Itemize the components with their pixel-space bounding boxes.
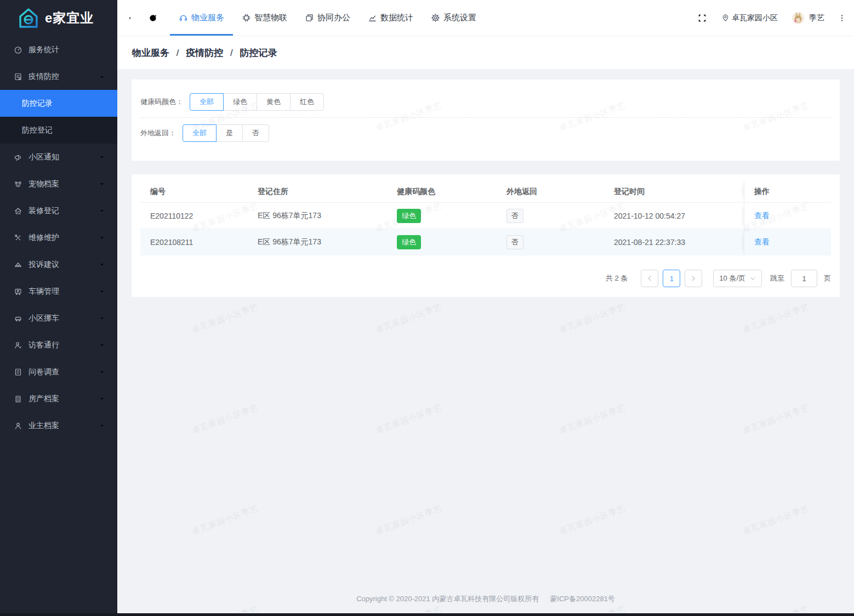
breadcrumb-separator: / <box>230 48 233 58</box>
sidebar-item-pet-files[interactable]: 宠物档案 <box>0 170 117 197</box>
page-1-button[interactable]: 1 <box>663 270 680 287</box>
cell-time: 2021-08-21 22:37:33 <box>604 238 744 247</box>
chevron-down-icon <box>750 276 756 282</box>
col-header-returnee: 外地返回 <box>497 187 604 197</box>
chevron-down-icon <box>99 261 105 268</box>
col-header-time: 登记时间 <box>604 187 744 197</box>
chevron-down-icon <box>99 423 105 429</box>
sidebar-subitem-label: 防控登记 <box>22 126 53 135</box>
jump-page-input[interactable] <box>791 270 817 287</box>
gear-icon <box>431 13 440 22</box>
copyright-text: Copyright © 2020-2021 内蒙古卓瓦科技有限公司版权所有 <box>356 595 539 603</box>
survey-icon <box>14 368 22 377</box>
megaphone-icon <box>14 153 22 162</box>
sidebar-item-community-notice[interactable]: 小区通知 <box>0 144 117 170</box>
sidebar-item-label: 房产档案 <box>29 394 59 404</box>
cell-id: E202110122 <box>140 212 248 220</box>
jump-suffix-label: 页 <box>824 273 831 283</box>
complaint-icon <box>14 260 22 269</box>
filter-health-green-button[interactable]: 绿色 <box>223 93 257 111</box>
sidebar-item-control-register[interactable]: 防控登记 <box>0 117 117 144</box>
returnee-filter-label: 外地返回： <box>140 128 176 138</box>
sidebar: e家宜业 服务统计 疫情防控 防控记录 防控登记 小区通知 宠物档案 <box>0 0 117 616</box>
tab-property-service[interactable]: 物业服务 <box>170 0 233 36</box>
pagination-total: 共 2 条 <box>606 273 628 283</box>
cell-time: 2021-10-12 00:54:27 <box>604 212 744 220</box>
sidebar-item-renovation[interactable]: 装修登记 <box>0 197 117 224</box>
chevron-down-icon <box>99 369 105 375</box>
cell-address: E区 96栋7单元173 <box>248 237 387 247</box>
tab-label: 协同办公 <box>317 13 350 23</box>
cell-address: E区 96栋7单元173 <box>248 211 387 221</box>
filter-health-yellow-button[interactable]: 黄色 <box>257 93 291 111</box>
bottom-edge-strip <box>0 613 854 616</box>
col-header-actions: 操作 <box>744 187 770 197</box>
chevron-down-icon <box>99 342 105 349</box>
sidebar-item-complaints[interactable]: 投诉建议 <box>0 251 117 278</box>
filter-health-red-button[interactable]: 红色 <box>290 93 324 111</box>
view-link[interactable]: 查看 <box>744 211 770 221</box>
tab-smart-iot[interactable]: 智慧物联 <box>233 0 296 36</box>
filter-returnee-yes-button[interactable]: 是 <box>216 124 243 142</box>
community-name: 卓瓦家园小区 <box>732 13 778 23</box>
chevron-down-icon <box>99 154 105 161</box>
cell-id: E202108211 <box>140 238 248 247</box>
chevron-down-icon <box>99 315 105 322</box>
breadcrumb-item[interactable]: 疫情防控 <box>186 48 223 58</box>
filter-health-all-button[interactable]: 全部 <box>190 93 224 111</box>
filter-returnee-no-button[interactable]: 否 <box>242 124 269 142</box>
returnee-badge: 否 <box>506 235 523 249</box>
car-icon <box>14 314 22 323</box>
sidebar-item-label: 小区挪车 <box>29 313 59 323</box>
next-page-button[interactable] <box>685 270 702 287</box>
sidebar-item-car-moving[interactable]: 小区挪车 <box>0 305 117 332</box>
collapse-sidebar-icon[interactable] <box>128 13 138 23</box>
community-selector[interactable]: 卓瓦家园小区 <box>721 13 778 23</box>
sidebar-nav: 服务统计 疫情防控 防控记录 防控登记 小区通知 宠物档案 装修登记 <box>0 36 117 439</box>
col-header-id: 编号 <box>140 187 248 197</box>
sidebar-item-label: 业主档案 <box>29 421 59 431</box>
tab-data-stats[interactable]: 数据统计 <box>359 0 422 36</box>
page-size-select[interactable]: 10 条/页 <box>713 270 762 287</box>
sidebar-item-visitor-access[interactable]: 访客通行 <box>0 332 117 358</box>
building-icon <box>14 395 22 403</box>
sidebar-item-maintenance[interactable]: 维修维护 <box>0 224 117 251</box>
visitor-icon <box>14 341 22 350</box>
chevron-down-icon <box>99 235 105 241</box>
chevron-down-icon <box>99 288 105 295</box>
house-logo-icon <box>18 7 39 30</box>
tab-collaboration[interactable]: 协同办公 <box>296 0 359 36</box>
table-row: E202110122 E区 96栋7单元173 绿色 否 2021-10-12 … <box>140 203 831 229</box>
sidebar-item-owner-files[interactable]: 业主档案 <box>0 412 117 439</box>
sidebar-item-property-files[interactable]: 房产档案 <box>0 385 117 412</box>
jump-to-label: 跳至 <box>770 273 784 283</box>
page-footer: Copyright © 2020-2021 内蒙古卓瓦科技有限公司版权所有蒙IC… <box>117 594 854 604</box>
view-link[interactable]: 查看 <box>744 237 770 247</box>
refresh-icon[interactable] <box>148 13 158 23</box>
avatar[interactable] <box>792 12 804 24</box>
chevron-left-icon <box>646 275 653 282</box>
tab-label: 数据统计 <box>380 13 413 23</box>
sidebar-item-survey[interactable]: 问卷调查 <box>0 358 117 385</box>
chevron-down-icon <box>99 208 105 214</box>
sidebar-item-vehicle-mgmt[interactable]: 车辆管理 <box>0 278 117 305</box>
user-name[interactable]: 季艺 <box>809 13 824 23</box>
sidebar-item-service-stats[interactable]: 服务统计 <box>0 36 117 63</box>
sidebar-item-control-records[interactable]: 防控记录 <box>0 90 117 117</box>
health-code-badge: 绿色 <box>397 235 421 249</box>
module-tabs: 物业服务 智慧物联 协同办公 数据统计 系统设置 <box>170 0 485 36</box>
filter-returnee-all-button[interactable]: 全部 <box>183 124 217 142</box>
tab-label: 智慧物联 <box>254 13 287 23</box>
sidebar-item-label: 访客通行 <box>29 340 59 350</box>
sidebar-item-label: 宠物档案 <box>29 179 59 189</box>
tab-system-settings[interactable]: 系统设置 <box>422 0 485 36</box>
sidebar-item-epidemic[interactable]: 疫情防控 <box>0 63 117 90</box>
app-logo: e家宜业 <box>0 0 117 36</box>
chevron-down-icon <box>99 181 105 187</box>
breadcrumb-item[interactable]: 物业服务 <box>132 48 169 58</box>
owner-icon <box>14 421 22 430</box>
prev-page-button[interactable] <box>641 270 658 287</box>
sidebar-item-label: 问卷调查 <box>29 367 59 377</box>
fullscreen-icon[interactable] <box>697 13 707 23</box>
kebab-menu-icon[interactable] <box>838 14 846 22</box>
